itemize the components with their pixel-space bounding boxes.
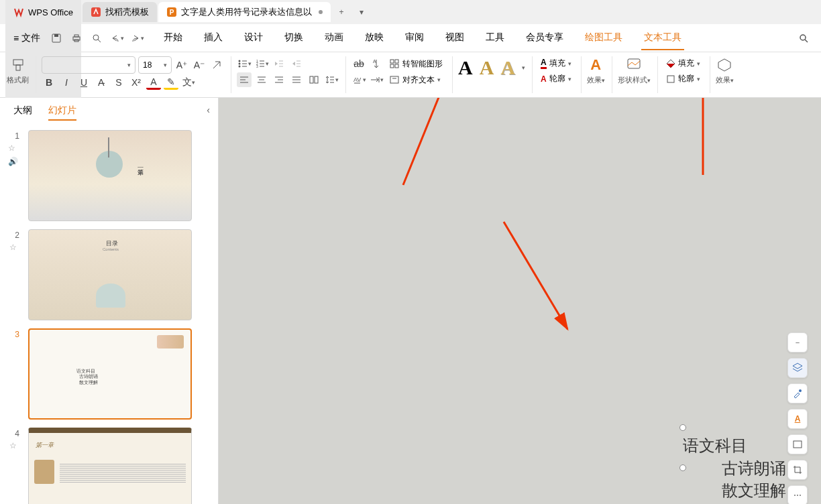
grow-font-button[interactable]: A⁺: [174, 58, 189, 72]
speaker-icon: 🔊: [8, 157, 18, 166]
decrease-indent-button[interactable]: [272, 56, 286, 71]
align-left-button[interactable]: [237, 72, 252, 87]
columns-button[interactable]: [307, 72, 321, 87]
panel-collapse-button[interactable]: ‹: [207, 105, 210, 115]
superscript-button[interactable]: X²: [129, 75, 144, 90]
tab-template-label: 找稻壳模板: [105, 6, 149, 18]
text-fill-button[interactable]: A填充▾: [538, 56, 574, 70]
search-button[interactable]: [794, 29, 813, 48]
slide-thumbnail-4[interactable]: 第一章: [28, 428, 192, 504]
eyedropper-button[interactable]: [787, 383, 808, 403]
shape-outline-button[interactable]: 轮廓▾: [663, 72, 703, 86]
file-menu[interactable]: ≡ 文件: [8, 29, 46, 47]
text-direction-h-button[interactable]: ab: [351, 56, 366, 71]
undo-button[interactable]: ▾: [107, 29, 126, 48]
paragraph-group: ▾ 123▾ ▾: [237, 56, 346, 93]
svg-line-63: [504, 222, 567, 329]
align-center-button[interactable]: [254, 72, 269, 87]
tab-review[interactable]: 审阅: [402, 26, 427, 50]
tab-button[interactable]: ▾: [369, 72, 384, 87]
highlight-button[interactable]: ✎: [164, 75, 178, 90]
svg-rect-60: [667, 76, 674, 82]
font-color-button[interactable]: A: [146, 75, 161, 90]
align-text-button[interactable]: 对齐文本▾: [386, 73, 443, 87]
smart-graphic-button[interactable]: 转智能图形: [386, 57, 445, 71]
tab-member[interactable]: 会员专享: [523, 26, 566, 50]
tab-document[interactable]: P 文字是人类用符号记录表达信息以: [158, 2, 331, 22]
svg-rect-52: [390, 64, 394, 68]
svg-point-10: [800, 35, 806, 40]
tab-template[interactable]: 找稻壳模板: [83, 2, 157, 22]
svg-line-61: [403, 98, 453, 185]
change-case-button[interactable]: 文▾: [181, 75, 196, 90]
tab-view[interactable]: 视图: [443, 26, 467, 50]
strike-button[interactable]: A̶: [94, 75, 109, 90]
text-layout-group: ab A 转智能图形 AV▾ ▾ 对齐文本▾: [351, 56, 453, 93]
print-button[interactable]: [67, 29, 86, 48]
shape-fill-button[interactable]: 填充▾: [663, 56, 703, 70]
tab-text-tools[interactable]: 文本工具: [641, 26, 684, 50]
wordart-style-2[interactable]: A: [480, 56, 494, 79]
tab-drawing-tools[interactable]: 绘图工具: [582, 26, 625, 50]
font-family-select[interactable]: ▾: [42, 56, 135, 74]
format-painter-icon[interactable]: [9, 56, 27, 74]
zoom-out-button[interactable]: －: [787, 332, 808, 353]
svg-text:A: A: [373, 59, 376, 64]
wordart-style-1[interactable]: A: [458, 56, 473, 79]
tab-transition[interactable]: 切换: [282, 26, 306, 50]
text-effects-group: A 效果▾: [587, 56, 612, 93]
shape-effects-icon[interactable]: [716, 56, 733, 74]
save-button[interactable]: [47, 29, 66, 48]
wps-logo-icon: [13, 7, 24, 17]
numbering-button[interactable]: 123▾: [254, 56, 269, 71]
text-outline-button[interactable]: A轮廓▾: [538, 72, 574, 86]
crop-button[interactable]: [787, 460, 808, 480]
tab-start[interactable]: 开始: [161, 26, 185, 50]
shadow-button[interactable]: S: [111, 75, 126, 90]
underline-tool-button[interactable]: A: [787, 409, 808, 429]
thumbnails: 1 ☆ 🔊 第一章 2 ☆ 目录: [0, 125, 218, 504]
shrink-font-button[interactable]: A⁻: [192, 58, 207, 72]
shape-effects-label[interactable]: 效果▾: [716, 75, 734, 85]
line-spacing-button[interactable]: ▾: [324, 72, 339, 87]
slide-thumbnail-3[interactable]: 语文科目 古诗朗诵 散文理解: [28, 328, 192, 420]
preview-button[interactable]: [87, 29, 106, 48]
docer-icon: [91, 7, 101, 17]
shape-style-label[interactable]: 形状样式▾: [618, 75, 651, 85]
svg-text:P: P: [170, 9, 174, 16]
clear-format-button[interactable]: [209, 58, 224, 72]
align-justify-button[interactable]: [289, 72, 304, 87]
slide-thumbnail-1[interactable]: 第一章: [28, 130, 192, 221]
shape-format-group: 填充▾ 轮廓▾: [663, 56, 710, 93]
char-spacing-button[interactable]: AV▾: [351, 72, 366, 87]
panel-tab-outline[interactable]: 大纲: [13, 105, 32, 121]
slide-thumbnail-2[interactable]: 目录 Contents: [28, 229, 192, 320]
more-button[interactable]: ⋯: [787, 485, 808, 504]
align-right-button[interactable]: [272, 72, 286, 87]
shape-style-icon[interactable]: [625, 56, 643, 74]
text-effects-label[interactable]: 效果▾: [587, 75, 605, 85]
tab-menu-button[interactable]: ▾: [352, 3, 371, 21]
canvas[interactable]: ⟲ 语文科目 古诗朗诵 散文理解: [219, 98, 821, 504]
new-tab-button[interactable]: +: [332, 3, 351, 21]
layers-button[interactable]: [787, 358, 808, 378]
tab-design[interactable]: 设计: [241, 26, 266, 50]
tab-insert[interactable]: 插入: [201, 26, 225, 50]
italic-button[interactable]: I: [59, 75, 74, 90]
font-size-select[interactable]: 18▾: [138, 56, 172, 74]
text-direction-v-button[interactable]: A: [369, 56, 384, 71]
text-effects-icon[interactable]: A: [587, 56, 604, 74]
resize-handle-nw[interactable]: [679, 424, 686, 431]
tab-tools[interactable]: 工具: [483, 26, 507, 50]
tab-slideshow[interactable]: 放映: [362, 26, 386, 50]
wordart-more-button[interactable]: ▾: [522, 64, 525, 71]
wordart-style-3[interactable]: A: [500, 56, 515, 79]
bold-button[interactable]: B: [42, 75, 56, 90]
bullets-button[interactable]: ▾: [237, 56, 252, 71]
increase-indent-button[interactable]: [289, 56, 304, 71]
redo-button[interactable]: ▾: [127, 29, 146, 48]
panel-tab-slides[interactable]: 幻灯片: [48, 105, 76, 121]
fit-button[interactable]: [787, 434, 808, 454]
tab-animation[interactable]: 动画: [322, 26, 346, 50]
underline-button[interactable]: U: [76, 75, 91, 90]
